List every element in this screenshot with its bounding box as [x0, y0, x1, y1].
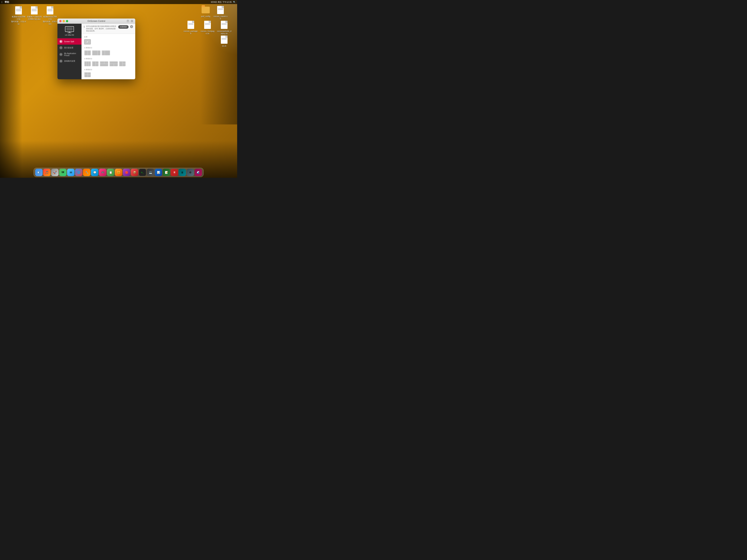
cocoon-maven-label: cocoon_maven.sh — [213, 15, 228, 20]
cocoon-maven-icon — [216, 5, 225, 15]
dock-app4[interactable]: 📋 — [107, 169, 114, 176]
screen-split-icon — [59, 40, 62, 43]
monitor-label: LG Ultra HD — [65, 34, 74, 36]
pref-folder-icon — [201, 5, 210, 15]
dock-app5[interactable]: 🐱 — [115, 169, 122, 176]
asset-icon — [30, 6, 39, 15]
package-icon — [186, 20, 195, 29]
dock-app10[interactable]: 📝 — [163, 169, 170, 176]
minimize-button[interactable] — [62, 20, 65, 22]
section-3split: 3-屏幕拆分 — [84, 58, 133, 66]
crm2-label: 检测研究院CRM计划预约对接，价单.docx — [43, 16, 57, 25]
split-3col-equal[interactable] — [84, 61, 91, 66]
close-info-button[interactable]: ✕ — [130, 25, 133, 28]
settings-button[interactable]: ⚙ — [130, 20, 133, 23]
traffic-lights — [59, 20, 68, 22]
sidebar-app-preset-label: My Application Preset — [64, 52, 80, 56]
sidebar-item-app-preset[interactable]: My Application Preset — [57, 51, 81, 58]
dark-overlay-left — [0, 0, 22, 178]
website-icon — [220, 20, 229, 29]
split-4-grid[interactable] — [84, 72, 91, 77]
svg-point-15 — [39, 172, 40, 173]
dock-music[interactable]: 🎵 — [43, 169, 51, 176]
monitor-svg-icon — [65, 26, 74, 33]
svg-rect-4 — [60, 41, 61, 43]
help-button[interactable]: ? — [126, 20, 129, 23]
desktop-icon-frontpage[interactable]: cocoon_frontpage.sh — [200, 20, 215, 35]
apple-menu[interactable]:  — [1, 1, 2, 3]
package-label: cocoon_package.fr — [183, 30, 198, 35]
info-icon: ℹ — [84, 25, 85, 28]
dock-app12[interactable]: 🖥 — [179, 169, 186, 176]
frontpage-label: cocoon_frontpage.sh — [200, 30, 215, 35]
dock-terminal[interactable]: >_ — [139, 169, 146, 176]
split-3-left-2right[interactable] — [92, 61, 99, 66]
reset-all-button[interactable]: 全部回滚 — [118, 25, 129, 29]
svg-rect-6 — [60, 47, 62, 48]
maximize-button[interactable] — [66, 20, 68, 22]
dock-app13[interactable]: ⚙ — [186, 169, 194, 176]
dock-safari[interactable]: ✉ — [67, 169, 75, 176]
info-text: 您可以选择选定显示器的屏幕拆分类型并保存设置。在PC 重启时，已保存的设置将自动… — [86, 25, 117, 32]
osc-main-content: ℹ 您可以选择选定显示器的屏幕拆分类型并保存设置。在PC 重启时，已保存的设置将… — [81, 24, 135, 79]
dock: 🎵 🚀 🗺 ✉ 🌐 🔧 💬 🎮 📋 🐱 🔴 📦 >_ 💻 📊 📝 — [33, 168, 204, 177]
osc-window: OnScreen Control ? ⚙ LG Ultra HD — [57, 19, 135, 79]
app-name-menu[interactable]: 帮助 — [5, 1, 9, 4]
crm1-icon — [14, 6, 23, 15]
menubar:  帮助 9月8日 周五 下午12:35 🔍 — [0, 0, 237, 4]
desktop-icon-crm2[interactable]: 检测研究院CRM计划预约对接，价单.docx — [43, 6, 57, 25]
crm2-icon — [46, 6, 54, 15]
sidebar-item-screen-split[interactable]: Screen Split — [57, 38, 81, 45]
dock-app14[interactable]: 🌊 — [195, 169, 202, 176]
section-2split: 2-屏幕拆分 — [84, 47, 133, 55]
window-controls-right: ? ⚙ — [126, 20, 133, 23]
dock-app1[interactable]: 🔧 — [83, 169, 91, 176]
desktop-icon-crm1[interactable]: 检测研究院CRM计划预约对接，计划.xlsx — [11, 6, 26, 25]
svg-point-9 — [61, 54, 61, 55]
dock-maps[interactable]: 🗺 — [59, 169, 67, 176]
split-3-top-wide[interactable] — [109, 61, 118, 66]
svg-point-14 — [38, 172, 39, 173]
desktop-icon-package[interactable]: cocoon_package.fr — [183, 20, 198, 35]
menubar-left:  帮助 — [1, 1, 9, 4]
dock-app9[interactable]: 📊 — [155, 169, 162, 176]
3split-options — [84, 61, 133, 66]
desktop-icon-cocoon-maven[interactable]: cocoon_maven.sh — [213, 5, 228, 20]
sidebar-item-game-mode[interactable]: 游戏模式设置 — [57, 58, 81, 64]
dock-launchpad[interactable]: 🚀 — [51, 169, 58, 176]
split-2col-right-wide[interactable] — [102, 50, 110, 55]
full-screen-option[interactable] — [84, 39, 91, 45]
4split-options — [84, 72, 133, 77]
close-button[interactable] — [59, 20, 61, 22]
dock-app3[interactable]: 🎮 — [99, 169, 106, 176]
dock-app7[interactable]: 📦 — [131, 169, 138, 176]
split-3-bottom-wide[interactable] — [100, 61, 108, 66]
crm1-label: 检测研究院CRM计划预约对接，计划.xlsx — [11, 16, 26, 25]
desktop-icon-pref[interactable]: pref_config — [198, 5, 213, 18]
asset-label: 实物资产采购合同(CRM计划).doc — [27, 16, 42, 20]
menu-search-icon[interactable]: 🔍 — [233, 1, 236, 3]
split-3-2left-righttall[interactable] — [119, 61, 126, 66]
info-bar: ℹ 您可以选择选定显示器的屏幕拆分类型并保存设置。在PC 重启时，已保存的设置将… — [81, 24, 135, 34]
dock-chrome[interactable]: 🌐 — [75, 169, 82, 176]
split-2col-equal[interactable] — [84, 50, 91, 55]
sidebar-display-label: 显示器设置 — [64, 47, 73, 49]
dock-finder[interactable] — [35, 169, 43, 176]
svg-rect-5 — [61, 41, 62, 43]
dock-app6[interactable]: 🔴 — [123, 169, 130, 176]
2split-title: 2-屏幕拆分 — [84, 47, 133, 49]
dock-app11[interactable]: 📮 — [171, 169, 178, 176]
desktop-icon-zk[interactable]: zk.sh — [217, 35, 232, 47]
dock-app2[interactable]: 💬 — [91, 169, 98, 176]
desktop-icon-asset[interactable]: 实物资产采购合同(CRM计划).doc — [27, 6, 42, 20]
desktop-icon-website[interactable]: cocoonwebsite_deploy.sh — [217, 20, 232, 35]
section-4split: 4-屏幕拆分 — [84, 69, 133, 77]
frontpage-icon — [203, 20, 212, 29]
split-2col-left-wide[interactable] — [92, 50, 100, 55]
sidebar-item-display[interactable]: 显示器设置 — [57, 45, 81, 51]
zk-label: zk.sh — [222, 45, 226, 47]
website-label: cocoonwebsite_deploy.sh — [217, 30, 232, 35]
svg-rect-1 — [66, 27, 73, 31]
menu-time: 9月8日 周五 下午12:35 — [211, 1, 232, 3]
dock-app8[interactable]: 💻 — [147, 169, 154, 176]
